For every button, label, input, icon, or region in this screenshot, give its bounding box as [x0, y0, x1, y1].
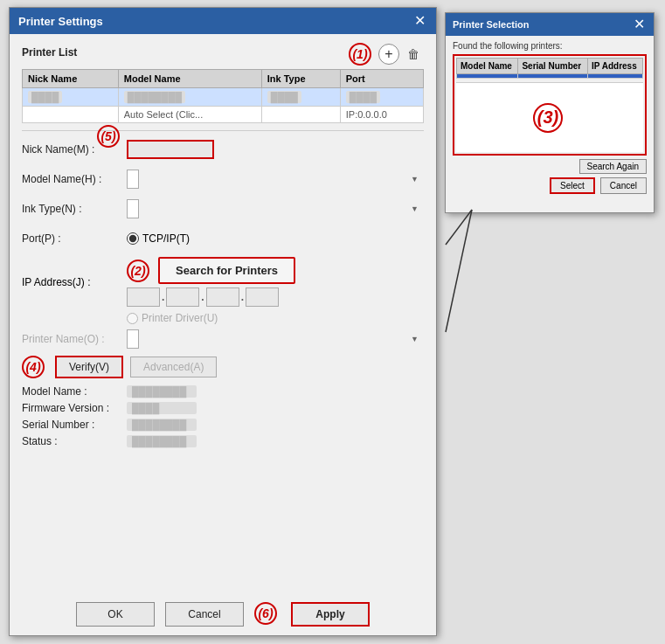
dialog-footer: OK Cancel (6) Apply — [10, 602, 436, 627]
ink-type-label: Ink Type(N) : — [22, 203, 127, 215]
nick-name-input[interactable] — [127, 140, 214, 159]
model-name-row: Model Name(H) : — [22, 168, 424, 190]
printer-name-row: Printer Name(O) : — [22, 329, 424, 349]
serial-row: Serial Number : ████████ — [22, 419, 424, 431]
search-again-button[interactable]: Search Again — [579, 159, 648, 174]
printer-driver-radio[interactable] — [127, 313, 138, 324]
sub-cancel-button[interactable]: Cancel — [600, 177, 647, 194]
firmware-label: Firmware Version : — [22, 402, 127, 414]
annotation-1: (1) — [349, 43, 371, 66]
printer-driver-option: Printer Driver(U) — [127, 312, 218, 324]
firmware-value: ████ — [127, 402, 197, 414]
port-label: Port(P) : — [22, 232, 127, 245]
status-label: Status : — [22, 435, 127, 447]
apply-button[interactable]: Apply — [291, 602, 370, 627]
sub-search-again-row: Search Again — [453, 159, 647, 174]
sub-table-row[interactable] — [457, 74, 643, 79]
cell-port-1: ████ — [346, 91, 380, 103]
annotation-4: (4) — [22, 356, 45, 378]
ink-type-select[interactable] — [127, 199, 139, 218]
port-row: Port(P) : TCP/IP(T) — [22, 227, 424, 250]
delete-printer-button[interactable]: 🗑 — [403, 44, 424, 65]
printer-table: Nick Name Model Name Ink Type Port ████ … — [22, 69, 424, 123]
ip-seg-3[interactable] — [206, 287, 239, 307]
sub-dialog: Printer Selection ✕ Found the following … — [445, 12, 655, 213]
main-close-button[interactable]: ✕ — [412, 13, 427, 29]
sub-info-text: Found the following printers: — [453, 41, 647, 51]
sub-cell-ip — [588, 74, 643, 79]
col-nick-name: Nick Name — [23, 70, 119, 88]
annotation-3: (3) — [533, 103, 563, 133]
ip-address-row: IP Address(J) : (2) Search for Printers … — [22, 257, 424, 307]
sub-col-ip: IP Address — [588, 59, 643, 74]
printer-name-select-wrapper — [127, 329, 424, 349]
select-button[interactable]: Select — [550, 177, 595, 194]
sub-table-container: Model Name Serial Number IP Address — [453, 54, 647, 156]
ok-button[interactable]: OK — [76, 602, 155, 627]
sub-col-model: Model Name — [457, 59, 518, 74]
model-name-form-label: Model Name(H) : — [22, 173, 127, 185]
serial-label: Serial Number : — [22, 419, 127, 431]
advanced-button[interactable]: Advanced(A) — [130, 357, 217, 377]
cell-port-2: IP:0.0.0.0 — [340, 107, 423, 123]
ip-seg-4[interactable] — [246, 287, 279, 307]
ip-seg-1[interactable] — [127, 287, 160, 307]
search-row: (2) Search for Printers — [127, 257, 302, 284]
model-name-select[interactable] — [127, 170, 139, 189]
printer-driver-row: Printer Driver(U) — [22, 312, 424, 324]
printer-driver-label: Printer Driver(U) — [142, 312, 218, 324]
sub-close-button[interactable]: ✕ — [631, 17, 647, 32]
status-value: ████████ — [127, 435, 197, 447]
ip-seg-2[interactable] — [166, 287, 199, 307]
annotation-5: (5) — [97, 125, 120, 148]
tcpip-radio[interactable] — [127, 232, 139, 245]
printer-list-label: Printer List — [22, 46, 77, 59]
ink-type-row: Ink Type(N) : — [22, 197, 424, 220]
verify-button[interactable]: Verify(V) — [55, 356, 123, 378]
verify-row: (4) Verify(V) Advanced(A) — [22, 356, 424, 378]
cell-model-2: Auto Select (Clic... — [118, 107, 261, 123]
ink-type-select-wrapper — [127, 199, 424, 218]
col-model-name: Model Name — [118, 70, 261, 88]
printer-name-select[interactable] — [127, 329, 139, 349]
ip-address-label: IP Address(J) : — [22, 276, 127, 288]
sub-dialog-body: Found the following printers: Model Name… — [446, 36, 654, 199]
add-printer-button[interactable]: + — [378, 44, 399, 65]
sub-cell-model — [457, 74, 518, 79]
sub-cell-serial — [518, 74, 588, 79]
tcpip-label: TCP/IP(T) — [142, 232, 190, 245]
cell-ink-1: ████ — [267, 91, 301, 103]
col-ink-type: Ink Type — [261, 70, 340, 88]
tcpip-option: TCP/IP(T) — [127, 232, 190, 245]
table-row[interactable]: ████ ████████ ████ ████ — [23, 88, 424, 107]
annotation-2: (2) — [127, 260, 149, 282]
main-dialog-body: Printer List (1) + 🗑 Nick Name Model Nam… — [10, 34, 436, 460]
sub-dialog-title: Printer Selection — [453, 19, 529, 30]
sub-results-area: (3) — [456, 82, 643, 152]
col-port: Port — [340, 70, 423, 88]
main-dialog: Printer Settings ✕ Printer List (1) + 🗑 … — [9, 7, 437, 636]
nick-name-row: Nick Name(M) : (5) — [22, 138, 424, 161]
cancel-button[interactable]: Cancel — [165, 602, 244, 627]
main-dialog-titlebar: Printer Settings ✕ — [10, 8, 436, 34]
main-dialog-title: Printer Settings — [18, 15, 103, 28]
model-name-select-wrapper — [127, 170, 424, 189]
model-name-info-row: Model Name : ████████ — [22, 385, 424, 398]
sub-footer: Select Cancel — [453, 177, 647, 194]
cell-model-1: ████████ — [124, 91, 185, 103]
sub-table-area: Model Name Serial Number IP Address — [453, 54, 647, 156]
firmware-row: Firmware Version : ████ — [22, 402, 424, 414]
search-for-printers-button[interactable]: Search for Printers — [158, 257, 295, 284]
printer-list-header: Printer List (1) + 🗑 — [22, 43, 424, 66]
sub-printer-table: Model Name Serial Number IP Address — [456, 58, 643, 79]
sub-col-serial: Serial Number — [518, 59, 588, 74]
table-row[interactable]: Auto Select (Clic... IP:0.0.0.0 — [23, 107, 424, 123]
sub-dialog-titlebar: Printer Selection ✕ — [446, 13, 654, 36]
printer-name-label: Printer Name(O) : — [22, 333, 127, 345]
connector-line — [446, 210, 472, 245]
serial-value: ████████ — [127, 419, 197, 431]
ip-fields: . . . — [127, 287, 302, 307]
model-name-info-value: ████████ — [127, 385, 197, 398]
connector-line-2 — [446, 210, 472, 332]
status-row: Status : ████████ — [22, 435, 424, 447]
